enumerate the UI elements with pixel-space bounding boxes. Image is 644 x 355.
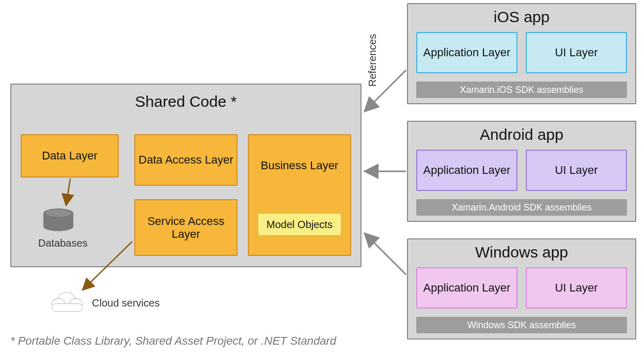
service-access-layer-box: Service Access Layer <box>134 199 238 256</box>
windows-sdk-bar: Windows SDK assemblies <box>416 317 627 333</box>
model-objects-box: Model Objects <box>257 213 342 236</box>
android-ui-layer-box: UI Layer <box>526 150 627 191</box>
android-sdk-bar: Xamarin.Android SDK assemblies <box>416 199 627 216</box>
ios-application-layer-label: Application Layer <box>423 46 511 59</box>
data-layer-label: Data Layer <box>42 149 98 162</box>
windows-application-layer-box: Application Layer <box>416 267 517 309</box>
data-layer-box: Data Layer <box>21 134 119 178</box>
data-access-layer-box: Data Access Layer <box>134 134 238 186</box>
databases-label: Databases <box>38 237 88 249</box>
svg-line-2 <box>365 233 406 275</box>
android-application-layer-box: Application Layer <box>416 150 517 191</box>
ios-sdk-label: Xamarin.iOS SDK assemblies <box>460 85 583 95</box>
android-sdk-label: Xamarin.Android SDK assemblies <box>451 202 591 213</box>
android-app-title: Android app <box>408 122 635 143</box>
data-access-layer-label: Data Access Layer <box>138 153 233 166</box>
windows-sdk-label: Windows SDK assemblies <box>467 320 576 331</box>
ios-sdk-bar: Xamarin.iOS SDK assemblies <box>416 82 627 98</box>
cloud-icon <box>52 291 83 313</box>
cloud-services-label: Cloud services <box>92 297 160 309</box>
business-layer-label: Business Layer <box>249 135 350 172</box>
service-access-layer-label: Service Access Layer <box>135 215 237 241</box>
ios-application-layer-box: Application Layer <box>416 32 517 73</box>
model-objects-label: Model Objects <box>266 219 333 231</box>
android-application-layer-label: Application Layer <box>423 164 511 176</box>
ios-ui-layer-label: UI Layer <box>555 46 598 59</box>
footnote: * Portable Class Library, Shared Asset P… <box>10 334 336 348</box>
business-layer-box: Business Layer <box>248 134 351 256</box>
windows-ui-layer-box: UI Layer <box>526 267 627 309</box>
ios-app-title: iOS app <box>408 4 635 26</box>
shared-code-title: Shared Code * <box>11 85 360 110</box>
windows-app-title: Windows app <box>408 239 635 261</box>
windows-ui-layer-label: UI Layer <box>555 281 598 294</box>
ios-ui-layer-box: UI Layer <box>526 32 627 73</box>
windows-application-layer-label: Application Layer <box>423 281 511 294</box>
database-icon <box>43 208 73 231</box>
android-ui-layer-label: UI Layer <box>555 164 598 176</box>
references-label: References <box>367 34 379 87</box>
